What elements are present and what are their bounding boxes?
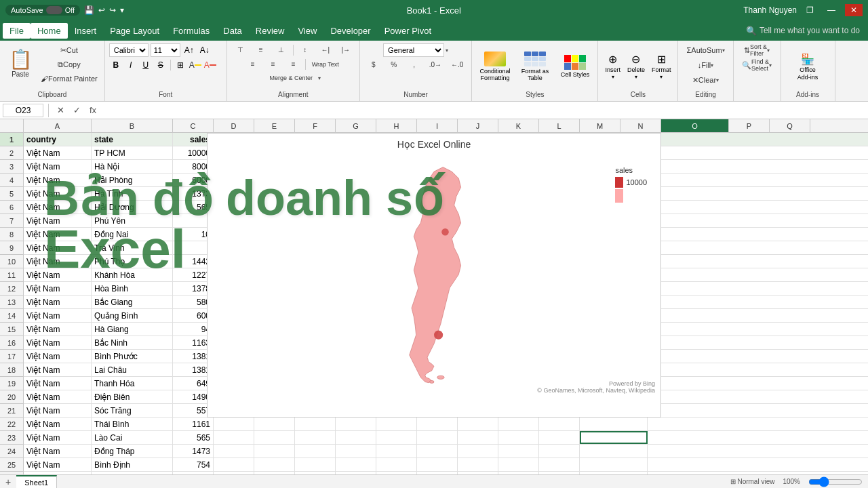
- cell-c24[interactable]: 1473: [173, 445, 214, 458]
- cell-col9-row25[interactable]: [458, 458, 498, 471]
- cell-a23[interactable]: Việt Nam: [24, 431, 92, 444]
- cell-e25[interactable]: [254, 458, 295, 471]
- cell-e24[interactable]: [254, 445, 295, 458]
- cell-d26[interactable]: [214, 472, 254, 474]
- increase-decimal-button[interactable]: .0→: [425, 58, 446, 71]
- conditional-formatting-button[interactable]: Conditional Formatting: [476, 47, 513, 86]
- cell-col6-row25[interactable]: [336, 458, 376, 471]
- cell-c25[interactable]: 754: [173, 458, 214, 471]
- col-header-i[interactable]: I: [417, 119, 458, 132]
- cell-b9[interactable]: Trà Vinh: [92, 241, 173, 254]
- menu-data[interactable]: Data: [216, 23, 248, 39]
- cell-b10[interactable]: Phú Thọ: [92, 255, 173, 268]
- row-num-17[interactable]: 17: [0, 350, 23, 363]
- col-header-n[interactable]: N: [620, 119, 661, 132]
- cell-b14[interactable]: Quảng Bình: [92, 309, 173, 322]
- cell-a6[interactable]: Việt Nam: [24, 201, 92, 214]
- cell-a2[interactable]: Việt Nam: [24, 146, 92, 159]
- align-left-button[interactable]: ≡: [243, 58, 262, 70]
- col-header-j[interactable]: J: [458, 119, 498, 132]
- cell-a12[interactable]: Việt Nam: [24, 282, 92, 295]
- cell-col8-row23[interactable]: [417, 431, 458, 444]
- row-num-26[interactable]: 26: [0, 472, 23, 474]
- cell-b16[interactable]: Bắc Ninh: [92, 336, 173, 349]
- insert-button[interactable]: ⊕ Insert ▾: [602, 52, 623, 81]
- indent-increase-button[interactable]: |→: [336, 43, 355, 56]
- align-right-button[interactable]: ≡: [284, 58, 303, 70]
- cell-b6[interactable]: Hải Dương: [92, 201, 173, 214]
- menu-developer[interactable]: Developer: [323, 23, 377, 39]
- menu-review[interactable]: Review: [249, 23, 292, 39]
- cell-col8-row24[interactable]: [417, 445, 458, 458]
- row-num-9[interactable]: 9: [0, 241, 23, 255]
- cell-col8-row25[interactable]: [417, 458, 458, 471]
- border-button[interactable]: ⊞: [174, 58, 187, 72]
- autosum-button[interactable]: ΣAutoSum▾: [682, 43, 728, 57]
- cell-col10-row26[interactable]: [498, 472, 539, 474]
- cell-col9-row24[interactable]: [458, 445, 498, 458]
- number-format-dropdown[interactable]: ▾: [446, 47, 448, 54]
- cell-a25[interactable]: Việt Nam: [24, 458, 92, 471]
- cell-col11-row23[interactable]: [539, 431, 580, 444]
- row-num-14[interactable]: 14: [0, 309, 23, 323]
- text-direction-button[interactable]: ↕: [296, 43, 315, 56]
- wrap-text-button[interactable]: Wrap Text: [308, 58, 343, 70]
- merge-center-button[interactable]: Merge & Center: [265, 72, 317, 84]
- cell-col8-row22[interactable]: [417, 418, 458, 430]
- cell-col11-row24[interactable]: [539, 445, 580, 458]
- cell-d25[interactable]: [214, 458, 254, 471]
- format-button[interactable]: ⊞ Format ▾: [649, 52, 674, 81]
- paste-button[interactable]: 📋 Paste: [4, 43, 37, 83]
- autosave-toggle[interactable]: [46, 6, 62, 14]
- decrease-font-size[interactable]: A↓: [198, 43, 212, 57]
- menu-page-layout[interactable]: Page Layout: [103, 23, 166, 39]
- formula-input[interactable]: [102, 106, 865, 115]
- cell-col10-row24[interactable]: [498, 445, 539, 458]
- cell-col5-row24[interactable]: [295, 445, 336, 458]
- cell-b2[interactable]: TP HCM: [92, 146, 173, 159]
- row-num-7[interactable]: 7: [0, 214, 23, 228]
- cell-col8-row26[interactable]: [417, 472, 458, 474]
- cell-a26[interactable]: Việt Nam: [24, 472, 92, 474]
- menu-power-pivot[interactable]: Power Pivot: [378, 23, 438, 39]
- cell-b11[interactable]: Khánh Hòa: [92, 268, 173, 281]
- row-num-21[interactable]: 21: [0, 404, 23, 418]
- cell-col9-row26[interactable]: [458, 472, 498, 474]
- cell-c23[interactable]: 565: [173, 431, 214, 444]
- cell-col6-row22[interactable]: [336, 418, 376, 430]
- cell-c26[interactable]: 569: [173, 472, 214, 474]
- cell-b8[interactable]: Đồng Nai: [92, 228, 173, 241]
- cell-e23[interactable]: [254, 431, 295, 444]
- add-sheet-button[interactable]: +: [0, 476, 16, 487]
- row-num-12[interactable]: 12: [0, 282, 23, 296]
- row-num-1[interactable]: 1: [0, 133, 23, 146]
- format-painter-button[interactable]: 🖌Format Painter: [38, 72, 100, 85]
- cell-a18[interactable]: Việt Nam: [24, 363, 92, 376]
- cell-col5-row26[interactable]: [295, 472, 336, 474]
- row-num-11[interactable]: 11: [0, 268, 23, 282]
- cell-b26[interactable]: Kon Tum: [92, 472, 173, 474]
- cell-col6-row26[interactable]: [336, 472, 376, 474]
- col-header-l[interactable]: L: [539, 119, 580, 132]
- cell-col7-row25[interactable]: [376, 458, 417, 471]
- indent-decrease-button[interactable]: ←|: [316, 43, 335, 56]
- col-header-k[interactable]: K: [498, 119, 539, 132]
- cell-b7[interactable]: Phú Yên: [92, 214, 173, 227]
- cell-b1[interactable]: state: [92, 133, 173, 146]
- cell-a13[interactable]: Việt Nam: [24, 296, 92, 308]
- cancel-formula-button[interactable]: ✕: [54, 104, 67, 117]
- menu-view[interactable]: View: [291, 23, 323, 39]
- cell-reference-box[interactable]: O23: [3, 104, 43, 117]
- cell-b18[interactable]: Lai Châu: [92, 363, 173, 376]
- cell-b22[interactable]: Thái Bình: [92, 418, 173, 430]
- strikethrough-button[interactable]: S: [154, 58, 167, 72]
- sheet-tab-1[interactable]: Sheet1: [16, 475, 57, 488]
- col-header-d[interactable]: D: [214, 119, 254, 132]
- sort-filter-button[interactable]: ⇅Sort &Filter▾: [740, 43, 774, 57]
- comma-button[interactable]: ,: [405, 58, 424, 71]
- font-color-button[interactable]: A: [203, 58, 217, 72]
- quick-access-more[interactable]: ▾: [120, 5, 124, 15]
- cell-col10-row22[interactable]: [498, 418, 539, 430]
- fill-color-button[interactable]: A: [189, 58, 202, 72]
- font-family-select[interactable]: Calibri: [109, 43, 149, 57]
